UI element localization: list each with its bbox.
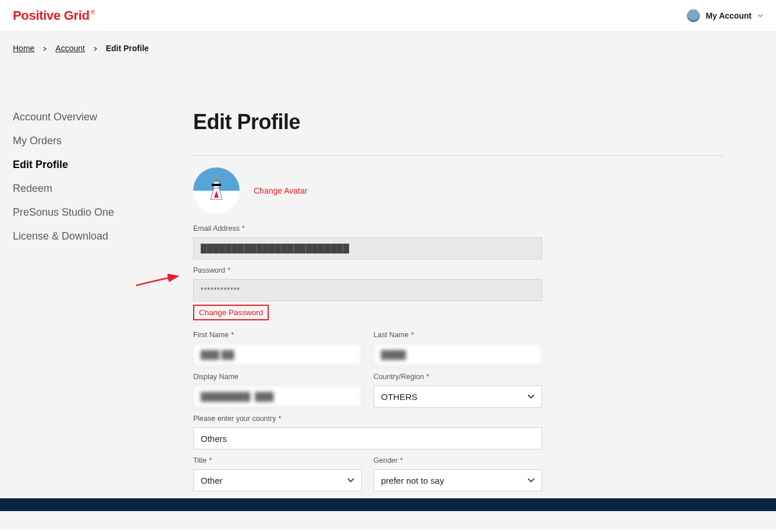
account-menu-trigger[interactable]: My Account [687,9,763,22]
chevron-right-icon [93,44,98,53]
registered-mark: ® [91,9,95,16]
email-label: Email Address* [193,224,542,233]
breadcrumb-current: Edit Profile [106,44,149,53]
main-content: Edit Profile [181,65,763,498]
sidebar-item-account-overview[interactable]: Account Overview [13,111,181,123]
sidebar-item-edit-profile[interactable]: Edit Profile [13,159,181,171]
brand-logo[interactable]: Positive Grid ® [13,8,95,23]
profile-avatar [193,167,240,214]
brand-logo-text: Positive Grid [13,8,90,23]
change-password-link[interactable]: Change Password [193,305,269,320]
chevron-right-icon [42,44,47,53]
breadcrumb-account[interactable]: Account [55,44,85,53]
sidebar-item-license-download[interactable]: License & Download [13,230,181,242]
avatar-icon [687,9,700,22]
breadcrumb: Home Account Edit Profile [0,32,776,65]
last-name-label: Last Name* [373,331,542,339]
page-title: Edit Profile [193,110,724,134]
breadcrumb-home[interactable]: Home [13,44,34,53]
gender-select[interactable] [373,469,542,491]
password-field: ************ [193,279,542,301]
display-name-label: Display Name [193,373,362,381]
first-name-field[interactable] [193,344,362,366]
country-region-label: Country/Region* [373,373,542,381]
email-field [193,237,542,259]
gender-label: Gender* [373,456,542,465]
top-bar: Positive Grid ® My Account [0,0,776,32]
title-select[interactable] [193,469,362,491]
sidebar-item-my-orders[interactable]: My Orders [13,135,181,147]
annotation-arrow-icon [135,272,181,289]
enter-country-field[interactable] [193,427,542,449]
first-name-label: First Name* [193,331,362,339]
divider [193,155,724,156]
sidebar-item-redeem[interactable]: Redeem [13,183,181,195]
display-name-field[interactable] [193,385,362,408]
svg-rect-3 [212,184,221,186]
change-avatar-link[interactable]: Change Avatar [254,186,307,195]
footer-band [0,498,776,511]
password-label: Password* [193,266,542,274]
sidebar-item-presonus-studio-one[interactable]: PreSonus Studio One [13,206,181,219]
title-label: Title* [193,456,362,465]
chevron-down-icon [757,13,763,19]
country-region-select[interactable] [373,385,542,408]
account-menu-label: My Account [706,11,752,20]
enter-country-label: Please enter your country* [193,415,542,423]
last-name-field[interactable] [373,344,542,366]
